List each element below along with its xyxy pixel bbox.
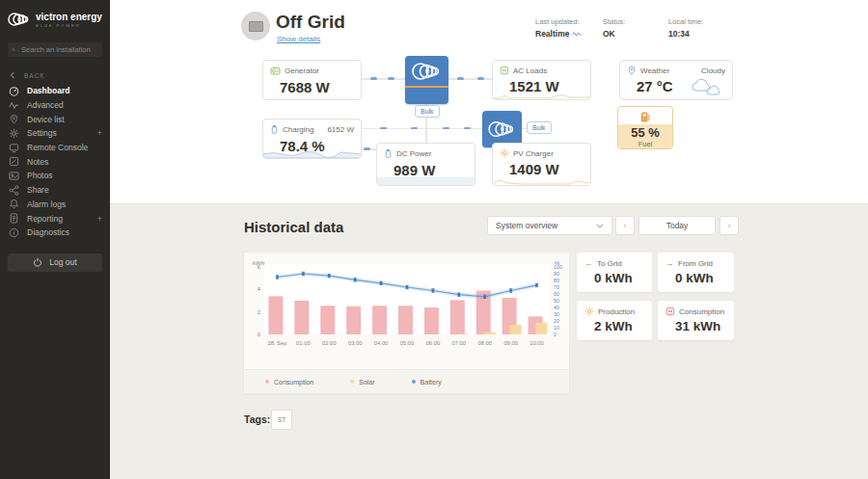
sidebar-item-notes[interactable]: Notes: [0, 154, 110, 169]
arrow-right-icon: →: [665, 258, 674, 268]
charging-power: 6152 W: [327, 125, 354, 134]
svg-text:05:00: 05:00: [400, 340, 415, 346]
svg-text:6: 6: [258, 264, 260, 270]
svg-text:0: 0: [554, 332, 556, 337]
top-section: Off Grid Show details Last updated: Real…: [110, 0, 868, 204]
sidebar-item-dashboard[interactable]: Dashboard: [0, 84, 110, 98]
sidebar-item-label: Alarm logs: [27, 200, 66, 209]
charging-label: Charging: [283, 125, 313, 134]
outlet-icon: [665, 306, 675, 316]
prev-period-button[interactable]: ‹: [615, 216, 635, 235]
sidebar-item-advanced[interactable]: Advanced: [0, 98, 110, 113]
weather-label: Weather: [640, 67, 669, 75]
flow-dash: [388, 77, 394, 80]
wire-inverter-acloads: [448, 78, 492, 80]
svg-text:2: 2: [258, 309, 260, 315]
svg-text:100: 100: [554, 264, 562, 270]
pv-charger-card[interactable]: PV Charger 1409 W: [492, 143, 591, 186]
charging-card[interactable]: Charging 6152 W 78.4 %: [262, 119, 362, 159]
next-period-button[interactable]: ›: [719, 216, 739, 235]
fuel-pump-icon: [640, 111, 651, 123]
sidebar-item-label: Share: [27, 185, 49, 195]
brand-name: victron energy: [36, 12, 102, 22]
svg-text:02:00: 02:00: [322, 340, 337, 346]
svg-text:40: 40: [554, 305, 559, 310]
pin-icon: [8, 114, 19, 124]
svg-text:09:00: 09:00: [503, 340, 518, 346]
ac-loads-card[interactable]: AC Loads 1521 W: [492, 60, 591, 100]
sun-icon: [500, 148, 509, 158]
sidebar-item-reporting[interactable]: Reporting +: [0, 211, 110, 226]
expand-plus-icon[interactable]: +: [97, 214, 102, 224]
back-chevron-icon: [10, 71, 15, 79]
arrow-left-icon: ←: [584, 258, 593, 268]
show-details-link[interactable]: Show details: [277, 35, 320, 43]
sidebar-item-share[interactable]: Share: [0, 183, 110, 198]
gauge-icon: [8, 86, 19, 96]
power-icon: [33, 257, 42, 267]
flow-dash: [380, 127, 387, 130]
battery-icon: [270, 124, 279, 135]
today-button[interactable]: Today: [638, 216, 716, 235]
charging-sparkline: [263, 146, 362, 158]
status: Status: OK: [603, 17, 625, 39]
consumption-dot-icon: [265, 380, 269, 384]
flow-dash: [443, 127, 449, 130]
overview-dropdown[interactable]: System overview: [487, 216, 612, 235]
fuel-card[interactable]: 55 % Fuel: [617, 106, 673, 149]
dc-power-sparkline: [377, 173, 475, 185]
victron-coil-icon: [410, 60, 443, 83]
consumption-card: Consumption 31 kWh: [658, 301, 734, 340]
sidebar-item-settings[interactable]: Settings +: [0, 126, 110, 141]
back-label: BACK: [24, 72, 45, 79]
sidebar-item-label: Reporting: [27, 214, 63, 224]
generator-icon: [270, 66, 281, 76]
svg-text:20: 20: [554, 318, 559, 324]
inverter-device[interactable]: [405, 56, 448, 104]
sidebar-item-label: Photos: [27, 171, 52, 180]
last-updated: Last updated: Realtime: [535, 17, 582, 39]
installation-avatar: [241, 12, 270, 40]
outlet-icon: [500, 66, 509, 75]
sidebar-item-device-list[interactable]: Device list: [0, 112, 110, 126]
expand-plus-icon[interactable]: +: [97, 128, 102, 138]
bell-icon: [8, 199, 19, 209]
chevron-down-icon: [596, 221, 604, 230]
flow-dash: [411, 127, 418, 130]
to-grid-label: To Grid: [597, 259, 622, 268]
photos-icon: [8, 171, 19, 181]
battery-icon: [384, 148, 393, 159]
svg-text:10: 10: [554, 325, 559, 331]
sidebar-menu: Dashboard Advanced Device list Settings …: [0, 84, 110, 240]
pv-charger-label: PV Charger: [513, 149, 554, 158]
svg-text:80: 80: [554, 278, 559, 283]
tag-chip[interactable]: ST: [271, 410, 292, 430]
sidebar-item-alarm-logs[interactable]: Alarm logs: [0, 198, 110, 212]
consumption-value: 31 kWh: [675, 319, 726, 333]
flow-dash: [370, 77, 377, 80]
svg-text:06:00: 06:00: [426, 340, 441, 346]
generator-card[interactable]: Generator 7688 W: [262, 60, 362, 100]
share-icon: [8, 185, 19, 196]
search-installation[interactable]: [8, 42, 102, 57]
legend-consumption: Consumption: [265, 379, 313, 386]
logout-label: Log out: [49, 257, 76, 267]
console-icon: [8, 143, 19, 153]
inverter-state-badge: Bulk: [415, 105, 440, 118]
sidebar-item-photos[interactable]: Photos: [0, 169, 110, 183]
last-updated-value: Realtime: [535, 29, 569, 39]
sidebar: victron energy BLUE POWER BACK Dashboard…: [0, 0, 110, 479]
sidebar-item-label: Settings: [27, 128, 57, 138]
dc-power-card[interactable]: DC Power 989 W: [376, 143, 475, 186]
weather-card[interactable]: Weather Cloudy 27 °C: [619, 60, 733, 100]
logout-button[interactable]: Log out: [8, 253, 102, 272]
sidebar-item-remote-console[interactable]: Remote Console: [0, 141, 110, 155]
fuel-label: Fuel: [618, 140, 672, 148]
historical-title: Historical data: [244, 219, 343, 235]
search-input[interactable]: [21, 45, 98, 54]
back-row[interactable]: BACK: [0, 63, 110, 84]
status-label: Status:: [603, 17, 625, 26]
from-grid-value: 0 kWh: [675, 271, 726, 285]
sidebar-item-diagnostics[interactable]: Diagnostics: [0, 226, 110, 240]
ac-loads-sparkline: [493, 88, 591, 99]
